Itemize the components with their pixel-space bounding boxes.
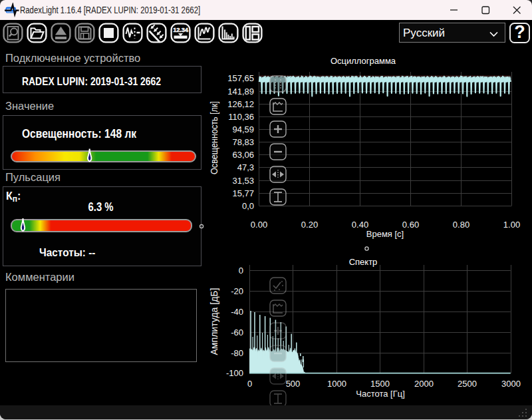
svg-text:Время [с]: Время [с] [366,229,404,239]
svg-text:15,77: 15,77 [232,188,254,198]
svg-text:31,53: 31,53 [232,176,254,186]
svg-text:-20: -20 [231,286,243,296]
svg-text:0,0: 0,0 [242,201,254,211]
svg-text:-80: -80 [231,348,243,358]
svg-text:500: 500 [286,379,301,389]
svg-text:126,12: 126,12 [227,99,254,109]
svg-text:Амплитуда [дБ]: Амплитуда [дБ] [209,288,219,355]
svg-text:3000: 3000 [501,379,521,389]
svg-text:Осциллограмма: Осциллограмма [331,56,396,66]
svg-text:0.80: 0.80 [453,220,469,230]
svg-text:0: 0 [239,266,243,276]
svg-text:1000: 1000 [327,379,346,389]
svg-text:-100: -100 [226,368,243,378]
svg-text:-40: -40 [231,307,243,317]
svg-text:Освещенность [лк]: Освещенность [лк] [209,101,219,174]
svg-text:2000: 2000 [414,379,434,389]
svg-text:110,36: 110,36 [228,112,254,122]
svg-text:0.00: 0.00 [251,220,267,230]
svg-text:141,89: 141,89 [227,87,254,97]
svg-text:1.00: 1.00 [503,220,520,230]
svg-text:47,3: 47,3 [237,162,254,172]
svg-text:2500: 2500 [458,379,477,389]
svg-text:157,65: 157,65 [227,73,254,83]
svg-text:0.60: 0.60 [402,220,419,230]
svg-text:Частота [Гц]: Частота [Гц] [356,389,405,399]
svg-text:1500: 1500 [370,379,390,389]
svg-text:0.20: 0.20 [301,220,318,230]
svg-text:0.40: 0.40 [352,220,368,230]
svg-text:78,83: 78,83 [232,137,254,147]
svg-text:12.34: 12.34 [173,26,188,33]
svg-text:Спектр: Спектр [349,257,378,267]
svg-text:94,59: 94,59 [232,124,254,134]
svg-text:63,06: 63,06 [232,150,254,160]
svg-text:-60: -60 [231,327,243,337]
svg-text:0: 0 [247,379,252,389]
